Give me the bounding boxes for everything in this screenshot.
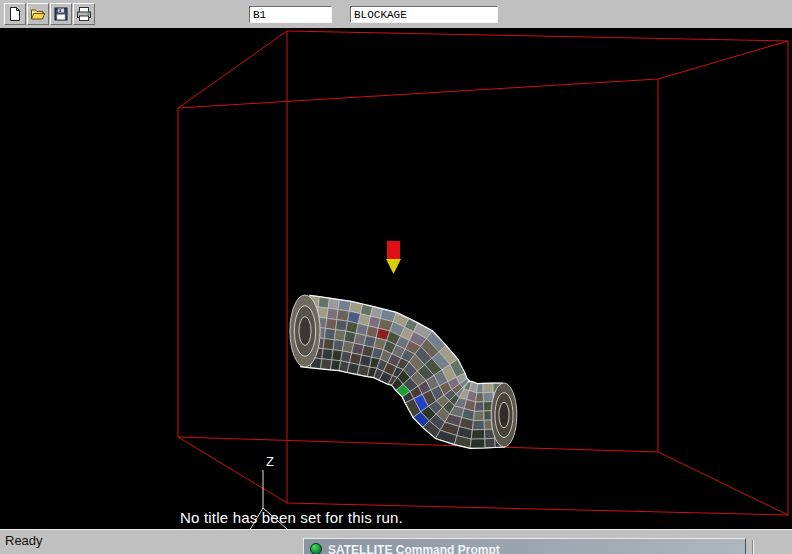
- new-file-button[interactable]: [4, 3, 26, 25]
- taskbar-button-label: SATELLITE Command Prompt: [328, 543, 500, 554]
- object-type-input[interactable]: [350, 6, 498, 23]
- pipe-mesh-object[interactable]: [290, 295, 517, 448]
- print-button[interactable]: [73, 3, 95, 25]
- probe-marker[interactable]: [386, 241, 401, 274]
- taskbar-button-satellite[interactable]: SATELLITE Command Prompt: [303, 538, 746, 554]
- taskbar-tray-divider: [752, 540, 754, 554]
- run-title-text: No title has been set for this run.: [180, 509, 403, 526]
- save-floppy-icon: [53, 6, 69, 22]
- open-file-button[interactable]: [27, 3, 49, 25]
- satellite-icon: [310, 543, 322, 554]
- status-text: Ready: [5, 533, 43, 548]
- viewport-3d[interactable]: Z No title has been set for this run.: [0, 28, 792, 529]
- save-file-button[interactable]: [50, 3, 72, 25]
- application-window: Z No title has been set for this run. Re…: [0, 0, 792, 554]
- open-folder-icon: [30, 6, 46, 22]
- scene-canvas[interactable]: Z: [0, 28, 792, 529]
- object-name-input[interactable]: [249, 6, 332, 23]
- printer-icon: [76, 6, 92, 22]
- toolbar: [0, 0, 792, 28]
- new-document-icon: [7, 6, 23, 22]
- svg-text:Z: Z: [266, 454, 274, 469]
